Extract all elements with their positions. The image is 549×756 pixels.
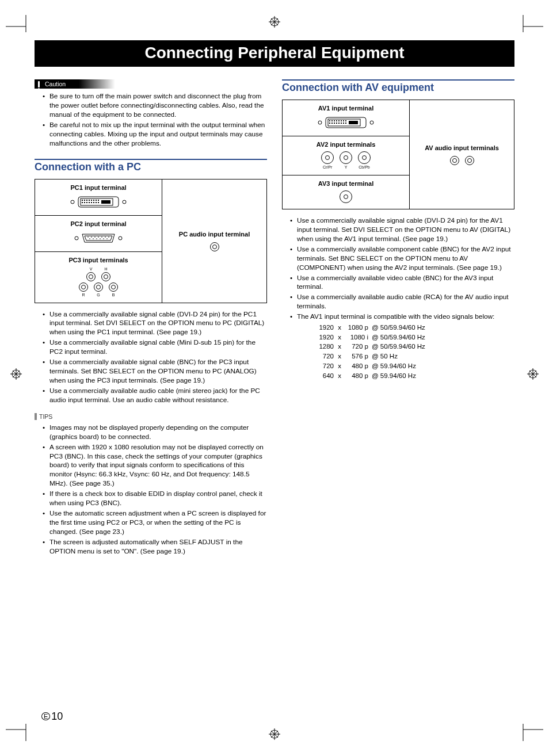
- list-item: Use the automatic screen adjustment when…: [43, 509, 267, 537]
- list-item: Use a commercially available signal cabl…: [290, 216, 514, 244]
- pc-section-heading: Connection with a PC: [35, 159, 267, 173]
- caution-heading: Caution: [35, 79, 115, 89]
- list-item: Use a commercially available video cable…: [290, 274, 514, 292]
- svg-rect-22: [98, 202, 99, 203]
- list-item: The AV1 input terminal is compatible wit…: [290, 312, 514, 322]
- page-lang-badge: E: [41, 712, 50, 720]
- bnc1-connector-icon: [340, 190, 352, 203]
- dsub-connector-icon: [70, 231, 127, 246]
- page-number-value: 10: [51, 711, 63, 722]
- svg-point-36: [100, 238, 101, 239]
- svg-point-24: [123, 200, 126, 204]
- right-column: Connection with AV equipment AV1 input t…: [282, 79, 514, 558]
- bnc-g-label: G: [97, 293, 100, 297]
- table-row: 720x480 p@ 59.94/60 Hz: [311, 361, 514, 371]
- pc1-label: PC1 input terminal: [37, 184, 159, 191]
- caution-item: Be careful not to mix up the input termi…: [43, 121, 267, 148]
- bnc-b-label: B: [112, 293, 115, 297]
- list-item: A screen with 1920 x 1080 resolution may…: [43, 443, 267, 489]
- list-item: Use a commercially available signal cabl…: [43, 358, 267, 385]
- svg-point-25: [75, 236, 78, 240]
- table-row: 720x576 p@ 50 Hz: [311, 352, 514, 361]
- svg-rect-11: [91, 200, 92, 201]
- svg-rect-44: [331, 120, 333, 121]
- list-item: If there is a check box to disable EDID …: [43, 490, 267, 508]
- svg-point-35: [96, 238, 97, 239]
- list-item: Images may not be displayed properly dep…: [43, 423, 267, 442]
- table-row: 1920x1080 i@ 50/59.94/60 Hz: [311, 333, 514, 342]
- svg-rect-10: [89, 200, 90, 201]
- page-number: E10: [41, 711, 63, 723]
- table-row: 1920x1080 p@ 50/59.94/60 Hz: [311, 323, 514, 333]
- svg-point-31: [105, 236, 106, 238]
- pc2-label: PC2 input terminal: [37, 220, 159, 227]
- bnc-h-label: H: [105, 267, 108, 271]
- av-terminal-box: AV1 input terminal AV2 input terminals C…: [282, 100, 514, 209]
- list-item: Use a commercially available audio cable…: [43, 387, 267, 405]
- bnc5-connector-icon: V H R G B: [79, 267, 118, 297]
- dvi-connector-icon: [314, 115, 378, 130]
- list-item: The screen is adjusted automatically whe…: [43, 538, 267, 556]
- av-audio-label: AV audio input terminals: [425, 144, 499, 151]
- caution-list: Be sure to turn off the main power switc…: [35, 92, 267, 148]
- svg-rect-58: [345, 123, 346, 124]
- svg-rect-12: [93, 200, 94, 201]
- svg-rect-18: [89, 202, 90, 203]
- bnc-v-label: V: [90, 267, 93, 271]
- svg-point-38: [106, 238, 108, 239]
- bnc-y-label: Y: [345, 165, 348, 169]
- svg-rect-7: [82, 200, 83, 201]
- svg-rect-59: [349, 121, 358, 124]
- svg-point-32: [108, 236, 109, 238]
- tips-heading: TIPS: [35, 413, 267, 420]
- bnc-cbpb-label: Cb/Pb: [359, 165, 369, 169]
- bnc3-connector-icon: Cr/Pr Y Cb/Pb: [285, 151, 407, 169]
- svg-rect-48: [341, 120, 342, 121]
- svg-point-34: [93, 238, 94, 239]
- svg-rect-19: [91, 202, 92, 203]
- svg-rect-9: [86, 200, 87, 201]
- svg-rect-52: [331, 123, 333, 124]
- av3-label: AV3 input terminal: [285, 180, 407, 187]
- pc3-label: PC3 input terminals: [37, 257, 159, 264]
- av-section-heading: Connection with AV equipment: [282, 79, 514, 94]
- svg-rect-53: [334, 123, 335, 124]
- left-column: Caution Be sure to turn off the main pow…: [35, 79, 267, 558]
- pc-bullet-list: Use a commercially available signal cabl…: [35, 310, 267, 405]
- svg-rect-16: [84, 202, 85, 203]
- svg-point-26: [87, 236, 89, 238]
- svg-point-30: [101, 236, 102, 238]
- svg-point-29: [98, 236, 99, 238]
- list-item: Use a commercially available audio cable…: [290, 293, 514, 311]
- table-row: 1280x720 p@ 50/59.94/60 Hz: [311, 342, 514, 352]
- av1-label: AV1 input terminal: [285, 105, 407, 112]
- bnc-crpr-label: Cr/Pr: [323, 165, 332, 169]
- list-item: Use a commercially available signal cabl…: [43, 338, 267, 357]
- svg-point-33: [89, 238, 90, 239]
- signal-table: 1920x1080 p@ 50/59.94/60 Hz 1920x1080 i@…: [311, 323, 514, 380]
- svg-rect-51: [329, 123, 330, 124]
- rca-pair-icon: [450, 156, 474, 165]
- pc-terminal-box: PC1 input terminal PC2 input terminal: [35, 179, 267, 303]
- svg-point-37: [103, 238, 104, 239]
- svg-rect-47: [338, 120, 340, 121]
- svg-rect-56: [341, 123, 342, 124]
- pc-audio-label: PC audio input terminal: [179, 231, 250, 238]
- svg-rect-15: [82, 202, 83, 203]
- svg-rect-54: [336, 123, 337, 124]
- svg-rect-17: [86, 202, 87, 203]
- page-title: Connecting Peripheral Equipment: [35, 40, 514, 67]
- svg-rect-57: [343, 123, 344, 124]
- list-item: Use a commercially available component c…: [290, 245, 514, 273]
- svg-rect-20: [93, 202, 94, 203]
- svg-rect-43: [329, 120, 330, 121]
- svg-point-27: [91, 236, 92, 238]
- av-bullet-list: Use a commercially available signal cabl…: [282, 216, 514, 322]
- svg-point-28: [94, 236, 96, 238]
- content-columns: Caution Be sure to turn off the main pow…: [35, 79, 514, 558]
- svg-rect-49: [343, 120, 344, 121]
- av2-label: AV2 input terminals: [285, 141, 407, 148]
- svg-rect-13: [96, 200, 97, 201]
- svg-point-40: [318, 121, 322, 124]
- svg-rect-50: [345, 120, 346, 121]
